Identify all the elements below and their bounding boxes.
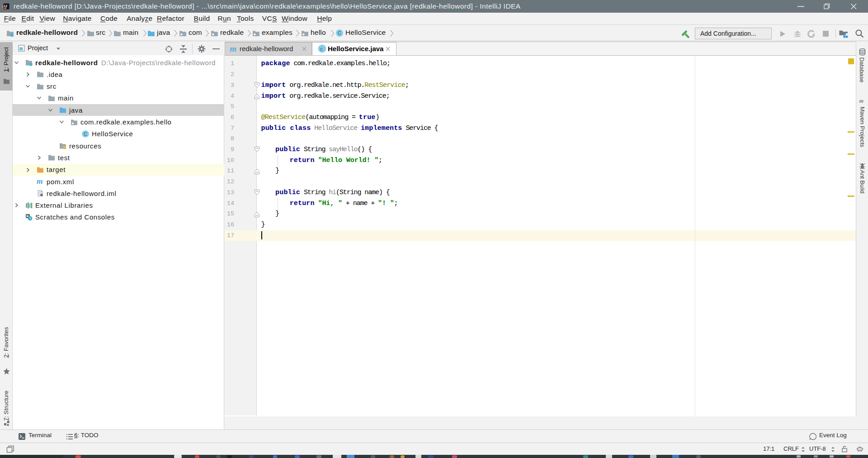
- svg-text:m: m: [859, 98, 864, 104]
